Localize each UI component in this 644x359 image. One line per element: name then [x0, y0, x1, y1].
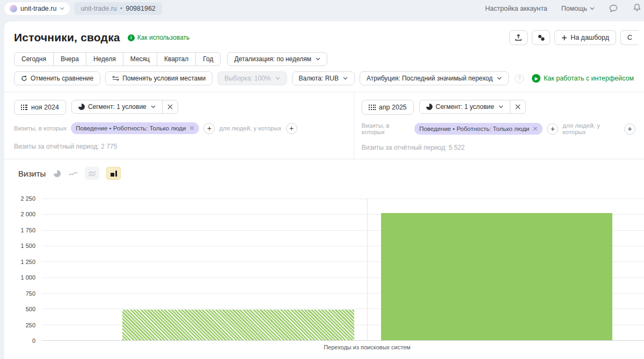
chart-title: Визиты: [18, 169, 46, 178]
stacked-area-chart-type-icon[interactable]: [85, 167, 99, 180]
add-people-condition-button-b[interactable]: +: [624, 123, 635, 135]
export-button[interactable]: [509, 30, 528, 45]
segment-dropdown-a[interactable]: Сегмент: 1 условие: [71, 100, 163, 114]
account-settings-link[interactable]: Настройка аккаунта: [485, 5, 547, 12]
visits-in-which-label-b: Визиты, в которых: [362, 122, 410, 135]
chip-remove-icon[interactable]: ✕: [532, 125, 538, 133]
swap-icon: [112, 76, 119, 81]
calendar-grid-icon: [369, 105, 376, 111]
remove-segment-button-a[interactable]: [162, 100, 178, 114]
segment-dropdown-b[interactable]: Сегмент: 1 условие: [419, 100, 510, 114]
date-range-label-b: апр 2025: [379, 104, 407, 111]
period-quarter-button[interactable]: Квартал: [157, 52, 196, 66]
play-icon: ▶: [532, 74, 540, 83]
controls-toolbar: Отменить сравнение Поменять условия мест…: [4, 69, 644, 92]
interface-tour-link[interactable]: ▶ Как работать с интерфейсом: [532, 74, 634, 83]
sampling-dropdown: Выборка: 100%: [217, 71, 287, 85]
for-people-label-a: для людей, у которых: [219, 125, 281, 131]
currency-dropdown[interactable]: Валюта: RUB: [292, 71, 355, 85]
y-tick-label: 1 250: [20, 259, 35, 265]
add-visit-condition-button-b[interactable]: +: [547, 123, 558, 135]
visits-chart: 2 2502 0001 7501 5001 2501 0007505002500…: [4, 199, 644, 359]
segment-label-a: Сегмент: 1 условие: [88, 103, 147, 111]
chevron-down-icon: [60, 7, 64, 10]
pie-chart-type-icon[interactable]: [53, 170, 62, 178]
site-selector[interactable]: unit-trade.ru: [4, 2, 70, 15]
chart-header: Визиты: [4, 159, 644, 180]
counter-tab[interactable]: unit-trade.ru • 90981962: [74, 2, 162, 15]
condition-chip-a[interactable]: Поведение • Роботность: Только люди ✕: [71, 122, 199, 134]
attribution-dropdown[interactable]: Атрибуция: Последний значимый переход: [360, 71, 509, 85]
chevron-down-icon: [316, 57, 320, 61]
header-actions: На дашборд С: [509, 30, 639, 45]
detalization-dropdown[interactable]: Детализация: по неделям: [227, 52, 327, 66]
period-week-button[interactable]: Неделя: [86, 52, 123, 66]
y-tick-label: 1 000: [20, 274, 35, 281]
clipped-button[interactable]: С: [620, 30, 639, 45]
topbar-right: Настройка аккаунта Помощь: [485, 3, 639, 14]
refresh-icon: [21, 75, 27, 82]
chevron-down-icon: [499, 105, 503, 108]
site-favicon-icon: [10, 5, 17, 12]
x-axis-category-label: Переходы из поисковых систем: [324, 344, 411, 350]
visits-in-which-label-a: Визиты, в которых: [14, 125, 67, 131]
add-visit-condition-button-a[interactable]: +: [203, 123, 215, 134]
condition-chip-b[interactable]: Поведение • Роботность: Только люди ✕: [414, 123, 543, 135]
add-to-dashboard-label: На дашборд: [570, 34, 609, 41]
segment-panels: ноя 2024 Сегмент: 1 условие Визиты, в ко…: [4, 92, 644, 159]
date-range-button-a[interactable]: ноя 2024: [14, 100, 66, 115]
swap-conditions-button[interactable]: Поменять условия местами: [105, 71, 213, 85]
line-chart-type-icon[interactable]: [69, 170, 78, 178]
y-tick-label: 0: [32, 338, 35, 344]
interface-tour-label: Как работать с интерфейсом: [544, 75, 634, 82]
category-gridline: [367, 199, 368, 340]
period-today-button[interactable]: Сегодня: [14, 52, 54, 66]
y-tick-label: 2 250: [20, 195, 35, 202]
shapes-icon: [537, 34, 545, 41]
sampling-label: Выборка: 100%: [224, 75, 270, 82]
y-tick-label: 500: [26, 306, 35, 312]
add-people-condition-button-a[interactable]: +: [286, 123, 297, 134]
remove-segment-button-b[interactable]: [510, 100, 526, 114]
column-chart-type-icon[interactable]: [106, 167, 121, 180]
widgets-button[interactable]: [532, 30, 550, 45]
date-range-button-b[interactable]: апр 2025: [362, 100, 414, 115]
panel-a-controls: ноя 2024 Сегмент: 1 условие: [14, 100, 345, 115]
chat-icon[interactable]: [609, 4, 618, 13]
report-card: Источники, сводка i Как использовать На …: [4, 21, 644, 359]
help-menu[interactable]: Помощь: [561, 5, 595, 12]
plot-area: [42, 199, 644, 341]
attribution-help-icon[interactable]: ?: [515, 74, 524, 83]
pie-icon: [426, 104, 433, 110]
attribution-label: Атрибуция: Последний значимый переход: [367, 75, 493, 82]
plus-icon: [561, 35, 567, 41]
topbar: unit-trade.ru unit-trade.ru • 90981962 Н…: [0, 0, 644, 17]
chip-remove-icon[interactable]: ✕: [189, 124, 194, 132]
bar-period-a[interactable]: [122, 310, 354, 340]
period-toolbar: Сегодня Вчера Неделя Месяц Квартал Год Д…: [4, 49, 644, 69]
condition-chip-label-a: Поведение • Роботность: Только люди: [76, 125, 186, 131]
cancel-compare-button[interactable]: Отменить сравнение: [14, 71, 100, 85]
how-to-use-link[interactable]: i Как использовать: [128, 34, 190, 41]
chevron-down-icon: [343, 77, 348, 80]
bell-icon: [632, 3, 642, 12]
period-yesterday-button[interactable]: Вчера: [53, 52, 86, 66]
notifications-clipped[interactable]: [632, 3, 639, 14]
page-title: Источники, сводка: [14, 31, 120, 44]
panel-a-conditions: Визиты, в которых Поведение • Роботность…: [14, 122, 345, 134]
condition-chip-label-b: Поведение • Роботность: Только люди: [419, 126, 529, 132]
segment-label-b: Сегмент: 1 условие: [436, 103, 494, 111]
dot-separator: •: [120, 5, 122, 12]
chevron-down-icon: [275, 77, 280, 80]
add-to-dashboard-button[interactable]: На дашборд: [554, 30, 616, 45]
bar-period-b[interactable]: [381, 213, 612, 340]
chevron-down-icon: [497, 77, 502, 80]
upload-icon: [515, 34, 522, 41]
date-range-label-a: ноя 2024: [31, 104, 59, 111]
period-month-button[interactable]: Месяц: [123, 52, 157, 66]
visits-total-a: Визиты за отчётный период: 2 775: [14, 143, 345, 150]
y-tick-label: 750: [26, 290, 35, 297]
period-year-button[interactable]: Год: [195, 52, 221, 66]
how-to-use-label: Как использовать: [137, 34, 190, 41]
segment-control-a: Сегмент: 1 условие: [71, 100, 178, 115]
